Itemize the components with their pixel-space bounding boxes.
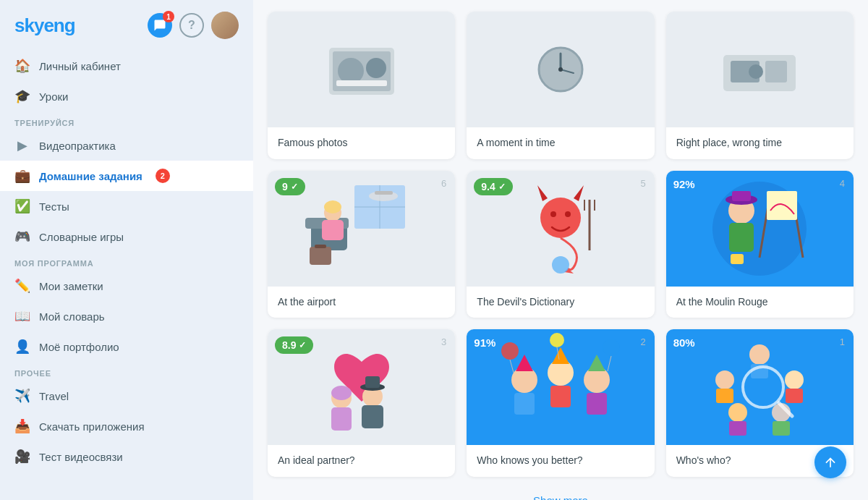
section-label: ТРЕНИРУЙСЯ — [0, 111, 253, 130]
card-image-who-knows: 291% — [467, 329, 654, 445]
svg-point-12 — [749, 64, 763, 79]
nav-icon-wordgames: 🎮 — [14, 229, 30, 245]
svg-rect-74 — [786, 389, 803, 403]
nav-icon-travel: ✈️ — [14, 388, 30, 404]
svg-rect-25 — [322, 220, 344, 240]
card-who-knows[interactable]: 291%Who knows you better? — [467, 329, 654, 477]
card-title-who-knows: Who knows you better? — [467, 445, 654, 477]
card-title-ideal-partner: An ideal partner? — [268, 445, 455, 477]
nav-item-travel[interactable]: ✈️Travel — [0, 381, 253, 411]
nav-item-tests[interactable]: ✅Тесты — [0, 191, 253, 221]
card-image-whos-who: 180% — [666, 329, 854, 445]
card-title-moulin-rouge: At the Moulin Rouge — [666, 287, 854, 318]
svg-point-31 — [565, 211, 571, 217]
nav-badge-homework: 2 — [156, 169, 170, 183]
card-title-famous-photos: Famous photos — [268, 127, 455, 159]
svg-point-24 — [324, 200, 341, 213]
show-more-button[interactable]: Show more — [519, 488, 603, 500]
svg-point-73 — [785, 370, 804, 389]
percent-badge-who-knows: 91% — [474, 336, 495, 349]
card-title-airport: At the airport — [268, 287, 455, 318]
card-image-moulin-rouge: 492% — [666, 171, 854, 287]
nav-icon-portfolio: 👤 — [14, 339, 30, 355]
score-badge-ideal-partner: 8.9 ✓ — [275, 336, 313, 354]
help-icon-button[interactable]: ? — [179, 13, 204, 38]
nav-label-portfolio: Моё портфолио — [39, 341, 119, 353]
show-more-row: Show more — [268, 488, 854, 500]
nav-item-wordgames[interactable]: 🎮Словарные игры — [0, 221, 253, 252]
card-devils-dictionary[interactable]: 59.4 ✓The Devil's Dictionary — [467, 171, 654, 318]
svg-point-79 — [715, 370, 734, 389]
nav-item-lessons[interactable]: 🎓Уроки — [0, 81, 253, 111]
nav-icon-homework: 💼 — [14, 168, 30, 184]
nav-label-videocall: Тест видеосвязи — [39, 451, 123, 463]
nav-item-dictionary[interactable]: 📖Мой словарь — [0, 301, 253, 331]
svg-rect-41 — [732, 191, 751, 201]
nav-label-wordgames: Словарные игры — [39, 231, 124, 243]
nav-label-notes: Мои заметки — [39, 280, 103, 292]
card-right-place[interactable]: Right place, wrong time — [666, 12, 854, 159]
card-moulin-rouge[interactable]: 492%At the Moulin Rouge — [666, 171, 854, 318]
nav-icon-dictionary: 📖 — [14, 308, 30, 324]
card-airport[interactable]: 69 ✓At the airport — [268, 171, 455, 318]
card-famous-photos[interactable]: Famous photos — [268, 12, 455, 159]
nav-icon-download: 📥 — [14, 418, 30, 434]
nav-item-videocall[interactable]: 🎥Тест видеосвязи — [0, 441, 253, 472]
svg-point-37 — [552, 256, 569, 274]
nav-item-download[interactable]: 📥Скачать приложения — [0, 411, 253, 441]
cards-grid: Famous photos A moment in time Right pla… — [268, 12, 854, 477]
svg-point-71 — [749, 344, 770, 365]
svg-rect-78 — [729, 421, 746, 436]
nav-item-videopractice[interactable]: ▶Видеопрактика — [0, 130, 253, 161]
nav-label-dictionary: Мой словарь — [39, 310, 105, 323]
card-image-moment-in-time — [467, 12, 654, 127]
svg-rect-46 — [767, 191, 797, 220]
svg-rect-51 — [331, 407, 352, 431]
logo: skyeng — [14, 14, 75, 37]
main-content: Famous photos A moment in time Right pla… — [253, 0, 868, 500]
percent-badge-whos-who: 80% — [673, 336, 695, 349]
nav-item-notes[interactable]: ✏️Мои заметки — [0, 271, 253, 301]
card-title-right-place: Right place, wrong time — [666, 127, 854, 159]
score-badge-airport: 9 ✓ — [275, 178, 305, 195]
svg-rect-18 — [375, 191, 393, 195]
card-image-ideal-partner: 38.9 ✓ — [268, 329, 455, 445]
card-ideal-partner[interactable]: 38.9 ✓An ideal partner? — [268, 329, 455, 477]
nav-label-cabinet: Личный кабинет — [39, 60, 121, 72]
svg-point-77 — [728, 403, 747, 422]
svg-rect-58 — [514, 393, 535, 415]
nav-item-cabinet[interactable]: 🏠Личный кабинет — [0, 51, 253, 81]
nav-icon-tests: ✅ — [14, 198, 30, 214]
svg-point-30 — [550, 211, 556, 217]
sidebar: skyeng 1 ? 🏠Личный кабинет🎓УрокиТРЕНИРУЙ… — [0, 0, 253, 500]
card-number-devils-dictionary: 5 — [640, 178, 645, 189]
svg-rect-76 — [773, 421, 790, 436]
nav-label-download: Скачать приложения — [39, 420, 145, 433]
svg-point-69 — [550, 333, 564, 347]
avatar[interactable] — [211, 12, 239, 39]
svg-rect-22 — [315, 245, 326, 248]
nav-container: 🏠Личный кабинет🎓УрокиТРЕНИРУЙСЯ▶Видеопра… — [0, 51, 253, 472]
card-image-airport: 69 ✓ — [268, 171, 455, 287]
scroll-top-button[interactable] — [814, 446, 846, 478]
svg-point-27 — [540, 198, 581, 238]
svg-point-65 — [501, 342, 519, 360]
nav-label-videopractice: Видеопрактика — [39, 140, 116, 152]
svg-rect-21 — [310, 247, 331, 265]
card-number-airport: 6 — [441, 178, 446, 189]
notification-badge: 1 — [163, 11, 174, 22]
svg-point-2 — [338, 58, 364, 84]
card-number-whos-who: 1 — [840, 336, 845, 347]
chat-icon-button[interactable]: 1 — [148, 13, 172, 38]
section-label: МОЯ ПРОГРАММА — [0, 252, 253, 271]
nav-item-homework[interactable]: 💼Домашние задания2 — [0, 161, 253, 191]
nav-icon-notes: ✏️ — [14, 278, 30, 294]
svg-marker-57 — [516, 355, 533, 371]
svg-rect-61 — [550, 386, 571, 407]
card-image-devils-dictionary: 59.4 ✓ — [467, 171, 654, 287]
card-moment-in-time[interactable]: A moment in time — [467, 12, 654, 159]
card-image-famous-photos — [268, 12, 455, 127]
card-title-moment-in-time: A moment in time — [467, 127, 654, 159]
nav-item-portfolio[interactable]: 👤Моё портфолио — [0, 331, 253, 362]
card-number-ideal-partner: 3 — [441, 336, 446, 347]
